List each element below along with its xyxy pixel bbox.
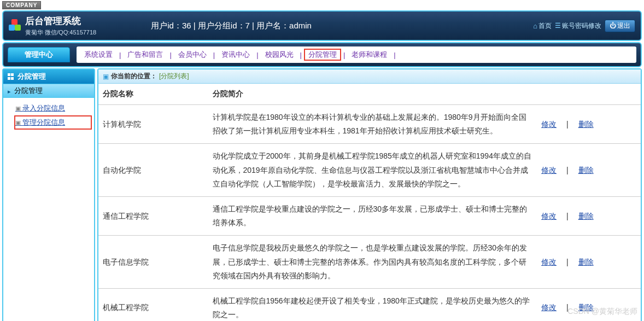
cell-name: 电子信息学院 — [98, 236, 208, 289]
th-desc: 分院简介 — [208, 84, 537, 105]
header-userinfo: 用户id：36 | 用户分组id：7 | 用户名：admin — [96, 21, 533, 31]
th-name: 分院名称 — [98, 84, 208, 105]
account-link[interactable]: 账号密码修改 — [555, 21, 601, 31]
arrow-icon — [8, 87, 11, 95]
cell-actions: 修改|删除 — [537, 288, 641, 321]
nav-item-3[interactable]: 资讯中心 — [217, 49, 254, 61]
nav-item-6[interactable]: 老师和课程 — [347, 49, 391, 61]
cell-desc: 电子信息学院是我校历史最悠久的学院之一，也是学校重点建设发展的学院。历经30余年… — [208, 236, 537, 289]
nav-sep: | — [213, 51, 215, 59]
cell-name: 通信工程学院 — [98, 196, 208, 235]
delete-link[interactable]: 删除 — [578, 120, 594, 129]
nav-items: 系统设置|广告和留言|会员中心|资讯中心|校园风光|分院管理|老师和课程| — [77, 46, 636, 63]
cell-actions: 修改|删除 — [537, 196, 641, 235]
nav-item-2[interactable]: 会员中心 — [174, 49, 211, 61]
breadcrumb-icon — [103, 73, 109, 80]
cell-actions: 修改|删除 — [537, 105, 641, 144]
nav-sep: | — [256, 51, 258, 59]
edit-link[interactable]: 修改 — [541, 212, 557, 220]
top-nav: 管理中心 系统设置|广告和留言|会员中心|资讯中心|校园风光|分院管理|老师和课… — [2, 42, 642, 67]
nav-sep: | — [300, 51, 302, 59]
cell-desc: 动化学院成立于2000年，其前身是机械工程学院1985年成立的机器人研究室和19… — [208, 144, 537, 197]
power-icon — [610, 22, 616, 30]
delete-link[interactable]: 删除 — [578, 166, 594, 174]
action-sep: | — [566, 166, 569, 174]
header-actions: 首页 账号密码修改 退出 — [533, 20, 635, 32]
table-row: 电子信息学院电子信息学院是我校历史最悠久的学院之一，也是学校重点建设发展的学院。… — [98, 236, 641, 289]
sidebar-links: 录入分院信息管理分院信息 — [3, 98, 94, 133]
cell-name: 机械工程学院 — [98, 288, 208, 321]
logo-icon — [9, 19, 22, 32]
sidebar-section[interactable]: 分院管理 — [3, 84, 94, 98]
home-icon — [533, 22, 537, 30]
cell-name: 自动化学院 — [98, 144, 208, 197]
breadcrumb: 你当前的位置： [分院列表] — [98, 69, 641, 84]
sidebar-header-label: 分院管理 — [17, 72, 46, 81]
action-sep: | — [566, 120, 569, 129]
header-titles: 后台管理系统 黄菊华 微信/QQ:45157718 — [25, 15, 96, 37]
cell-actions: 修改|删除 — [537, 236, 641, 289]
breadcrumb-location: [分院列表] — [159, 72, 189, 81]
system-title: 后台管理系统 — [25, 15, 96, 27]
delete-link[interactable]: 删除 — [578, 212, 594, 220]
action-sep: | — [566, 258, 569, 266]
edit-link[interactable]: 修改 — [541, 120, 557, 129]
nav-item-0[interactable]: 系统设置 — [80, 49, 117, 61]
edit-link[interactable]: 修改 — [541, 258, 557, 266]
table-header-row: 分院名称 分院简介 — [98, 84, 641, 105]
sidebar-link-1[interactable]: 管理分院信息 — [14, 115, 92, 130]
cell-name: 计算机学院 — [98, 105, 208, 144]
logout-label: 退出 — [617, 21, 630, 31]
company-tag: COMPANY — [2, 1, 41, 9]
table-row: 自动化学院动化学院成立于2000年，其前身是机械工程学院1985年成立的机器人研… — [98, 144, 641, 197]
account-link-label: 账号密码修改 — [562, 21, 601, 31]
nav-sep: | — [394, 51, 395, 59]
nav-sep: | — [343, 51, 345, 59]
edit-link[interactable]: 修改 — [541, 303, 557, 312]
table-row: 计算机学院计算机学院是在1980年设立的本科计算机专业的基础上发展起来的。198… — [98, 105, 641, 144]
grid-icon — [8, 73, 14, 80]
cell-actions: 修改|删除 — [537, 144, 641, 197]
system-subtitle: 黄菊华 微信/QQ:45157718 — [25, 28, 96, 37]
action-sep: | — [566, 212, 569, 220]
edit-link[interactable]: 修改 — [541, 166, 557, 174]
nav-sep: | — [119, 51, 121, 59]
nav-item-1[interactable]: 广告和留言 — [123, 49, 167, 61]
main-area: 分院管理 分院管理 录入分院信息管理分院信息 你当前的位置： [分院列表] 分院… — [2, 68, 642, 321]
nav-sep: | — [169, 51, 171, 59]
home-link[interactable]: 首页 — [533, 21, 552, 31]
delete-link[interactable]: 删除 — [578, 258, 594, 266]
cell-desc: 通信工程学院是学校重点建设的学院之一，历经30多年发展，已形成学士、硕士和博士完… — [208, 196, 537, 235]
content-panel: 你当前的位置： [分院列表] 分院名称 分院简介 计算机学院计算机学院是在198… — [97, 68, 642, 321]
cell-desc: 机械工程学院自1956年建校起便开设了相关专业，1980年正式建院，是学校历史最… — [208, 288, 537, 321]
nav-item-5[interactable]: 分院管理 — [304, 49, 341, 61]
th-actions — [537, 84, 641, 105]
sidebar-header: 分院管理 — [3, 69, 94, 84]
sidebar-section-label: 分院管理 — [14, 86, 43, 96]
list-icon — [555, 22, 561, 30]
table-row: 通信工程学院通信工程学院是学校重点建设的学院之一，历经30多年发展，已形成学士、… — [98, 196, 641, 235]
sidebar: 分院管理 分院管理 录入分院信息管理分院信息 — [2, 68, 95, 321]
action-sep: | — [566, 303, 569, 312]
data-table: 分院名称 分院简介 计算机学院计算机学院是在1980年设立的本科计算机专业的基础… — [98, 84, 641, 321]
mgmt-center-tab[interactable]: 管理中心 — [8, 47, 70, 62]
app-header: 后台管理系统 黄菊华 微信/QQ:45157718 用户id：36 | 用户分组… — [2, 10, 642, 41]
cell-desc: 计算机学院是在1980年设立的本科计算机专业的基础上发展起来的。1980年9月开… — [208, 105, 537, 144]
home-link-label: 首页 — [538, 21, 552, 31]
delete-link[interactable]: 删除 — [578, 303, 594, 312]
logout-button[interactable]: 退出 — [605, 20, 635, 32]
nav-item-4[interactable]: 校园风光 — [261, 49, 298, 61]
table-row: 机械工程学院机械工程学院自1956年建校起便开设了相关专业，1980年正式建院，… — [98, 288, 641, 321]
breadcrumb-prefix: 你当前的位置： — [111, 72, 157, 81]
sidebar-link-0[interactable]: 录入分院信息 — [14, 101, 92, 115]
